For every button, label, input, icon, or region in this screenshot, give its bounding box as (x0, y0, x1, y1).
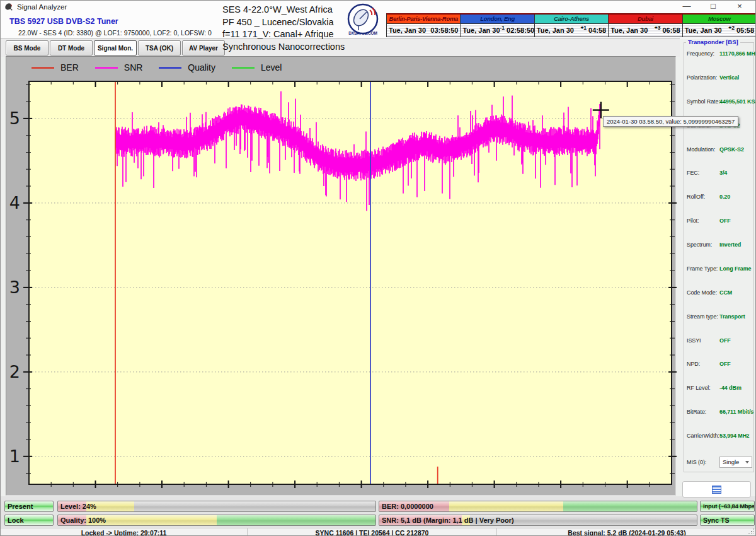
field-npd: NPD:OFF (687, 361, 752, 367)
field-code-mode: Code Mode:CCM (687, 289, 752, 296)
signal-analyzer-window: Signal Analyzer — □ × TBS 5927 USB DVB-S… (0, 0, 756, 536)
clock-utc-offset: -1 (500, 25, 505, 31)
status-bar: Locked -> Uptime: 29:07:11 SYNC 11606 | … (1, 528, 756, 536)
feed-info-block: SES 4-22.0°W_West Africa PF 450 _ Lucene… (222, 4, 345, 53)
legend-snr-line (95, 67, 118, 69)
field-spectrum: Spectrum:Inverted (687, 242, 752, 248)
field-polarization: Polarization:Vertical (687, 74, 752, 81)
field-frequency: Frequency:11170,866 MHz (687, 50, 752, 57)
tab-dt-mode[interactable]: DT Mode (50, 40, 93, 55)
chart-legend: BER SNR Quality Level (32, 59, 298, 76)
svg-text:2: 2 (9, 362, 20, 382)
field-carrier-width: CarrierWidth:53,994 MHz (687, 433, 752, 439)
tab-av-player[interactable]: AV Player (182, 40, 225, 55)
svg-text:4: 4 (9, 193, 20, 213)
legend-quality-label: Quality (188, 62, 215, 73)
clock-berlin: Berlin-Paris-Vienna-Roma Tue, Jan 3003:5… (387, 15, 461, 37)
device-title: TBS 5927 USB DVB-S2 Tuner (9, 17, 118, 26)
input-bitrate-indicator: Input (~63,84 Mbps) (700, 501, 755, 512)
legend-ber-label: BER (60, 62, 79, 73)
feed-line-satellite: SES 4-22.0°W_West Africa (222, 4, 345, 16)
svg-text:1: 1 (9, 446, 20, 466)
clock-day: Tue, Jan 30 (537, 26, 574, 34)
clock-city-label: Moscow (683, 15, 756, 24)
ts-export-button[interactable] (682, 481, 751, 498)
chart-tooltip: 2024-01-30 03.58.50, value: 5,0999999046… (603, 116, 738, 127)
field-modulation: Modulation:QPSK-S2 (687, 146, 752, 153)
ts-list-icon (712, 486, 721, 494)
quality-gauge: Quality: 100% (57, 515, 376, 526)
status-lock-uptime: Locked -> Uptime: 29:07:11 (1, 528, 248, 536)
mode-tabs: BS Mode DT Mode Signal Mon. TSA (OK) AV … (6, 40, 226, 55)
legend-snr-label: SNR (124, 62, 143, 73)
clock-day: Tue, Jan 30 (610, 26, 648, 34)
clock-time: 04:58 (588, 26, 606, 34)
legend-ber-line (32, 67, 54, 69)
clock-city-label: Cairo-Athens (535, 15, 608, 24)
field-symbol-rate: Symbol Rate:44995,501 KS/s (687, 98, 752, 105)
legend-quality-line (159, 67, 181, 69)
legend-level-label: Level (261, 62, 282, 73)
mis-dropdown[interactable]: Single (719, 457, 752, 468)
clock-time: 03:58:50 (430, 26, 458, 34)
clock-day: Tue, Jan 30 (685, 26, 722, 34)
level-gauge: Level: 24% (57, 501, 376, 512)
field-fec: FEC:3/4 (687, 170, 752, 176)
device-subtitle: 22.0W - SES 4 (ID: 3380) @ LOF1: 9750000… (18, 29, 212, 37)
field-bitrate: BitRate:66,711 Mbit/s (687, 409, 752, 415)
field-issyi: ISSYIOFF (687, 337, 752, 344)
clock-utc-offset: +2 (728, 25, 735, 31)
clock-city-label: London, Eng (461, 15, 534, 24)
field-pilot: Pilot:OFF (687, 218, 752, 224)
field-stream-type: Stream type:Transport (687, 313, 752, 320)
clock-time: 05:58 (736, 26, 754, 34)
clock-day: Tue, Jan 30 (389, 26, 426, 34)
sync-ts-indicator: Sync TS (700, 515, 755, 526)
feed-line-site: PF 450 _ Lucenec/Slovakia (222, 16, 345, 29)
lock-indicator: Lock (4, 515, 54, 526)
svg-text:3: 3 (9, 277, 20, 297)
status-sync-counters: SYNC 11606 | TEI 20564 | CC 212870 (248, 528, 497, 536)
present-indicator: Present (4, 501, 54, 512)
clock-london: London, Eng Tue, Jan 30-102:58:50 (461, 15, 534, 37)
world-clocks: Berlin-Paris-Vienna-Roma Tue, Jan 3003:5… (386, 13, 756, 37)
window-title: Signal Analyzer (17, 3, 67, 11)
signal-chart-panel: BER SNR Quality Level 12345 2024-01-30 0… (6, 56, 676, 496)
minimize-button[interactable]: — (673, 1, 700, 13)
legend-level-line (232, 67, 255, 69)
tab-bs-mode[interactable]: BS Mode (6, 40, 49, 55)
app-icon (4, 3, 13, 11)
clock-dubai: Dubai Tue, Jan 30+306:58 (609, 15, 682, 37)
clock-utc-offset: +1 (580, 25, 587, 31)
chevron-down-icon (745, 461, 749, 463)
field-mis: MIS (0): Single (687, 457, 752, 468)
clock-day: Tue, Jan 30 (462, 26, 500, 34)
snr-gauge: SNR: 5,1 dB (Margin: 1,1 dB | Very Poor) (379, 515, 697, 526)
tab-tsa[interactable]: TSA (OK) (138, 40, 181, 55)
close-button[interactable]: × (726, 1, 753, 13)
clock-city-label: Berlin-Paris-Vienna-Roma (387, 15, 460, 24)
clock-utc-offset: +3 (655, 25, 661, 31)
svg-text:5: 5 (9, 108, 20, 128)
clock-city-label: Dubai (609, 15, 682, 24)
field-rf-level: RF Level:-44 dBm (687, 385, 752, 391)
transponder-group-label: Transponder [BS] (686, 38, 740, 45)
status-best-signal: Best signal: 5,2 dB (2024-01-29 05:43) (497, 528, 756, 536)
field-rolloff: RollOff:0.20 (687, 194, 752, 200)
ber-gauge: BER: 0,0000000 (379, 501, 697, 512)
transponder-groupbox: Transponder [BS] Frequency:11170,866 MHz… (684, 42, 754, 472)
clock-time: 02:58:50 (507, 26, 534, 34)
clock-time: 06:58 (662, 26, 680, 34)
maximize-button[interactable]: □ (700, 1, 726, 13)
clock-moscow: Moscow Tue, Jan 30+205:58 (683, 15, 756, 37)
tab-signal-mon[interactable]: Signal Mon. (94, 40, 137, 55)
dxsatcs-logo-icon (345, 3, 381, 39)
signal-chart[interactable]: 12345 (6, 57, 677, 496)
feed-line-frequency: f=11 171_V: Canal+ Afrique (222, 28, 345, 41)
field-frame-type: Frame Type:Long Frame (687, 265, 752, 272)
clock-cairo: Cairo-Athens Tue, Jan 30+104:58 (535, 15, 609, 37)
feed-line-note: Synchronous Nanocorrections (222, 41, 345, 54)
